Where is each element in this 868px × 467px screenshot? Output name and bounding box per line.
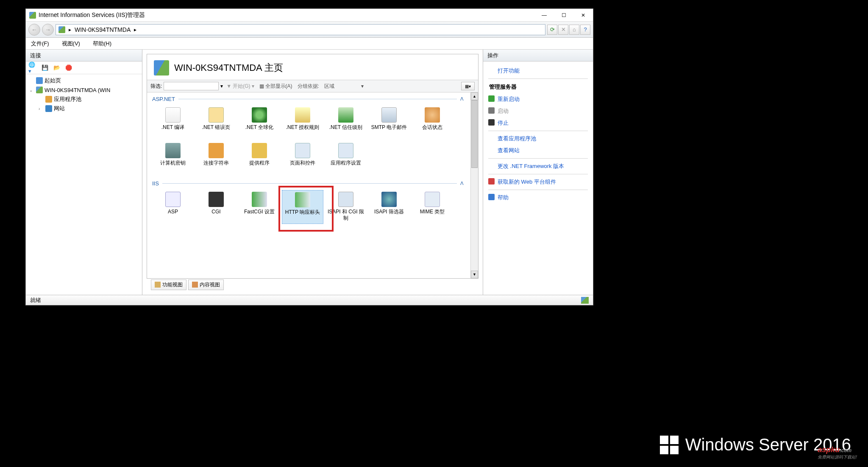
isapi-filter-icon	[381, 192, 397, 207]
provider-icon	[252, 143, 267, 158]
action-change-net[interactable]: 更改 .NET Framework 版本	[488, 160, 588, 172]
actions-header: 操作	[483, 50, 593, 62]
feature-net-compile[interactable]: .NET 编译	[152, 106, 194, 139]
scroll-down-icon[interactable]: ▼	[471, 271, 478, 278]
breadcrumb-server[interactable]: WIN-0KS94TNTMDA	[75, 26, 131, 33]
scroll-up-icon[interactable]: ▲	[471, 92, 478, 100]
action-open-feature[interactable]: 打开功能	[488, 65, 588, 77]
tree-start-page[interactable]: 起始页	[27, 76, 141, 85]
action-view-sites[interactable]: 查看网站	[488, 145, 588, 157]
save-icon[interactable]: 💾	[40, 63, 50, 73]
cgi-icon	[209, 192, 224, 207]
filter-showall[interactable]: ▦ 全部显示(A)	[258, 83, 294, 90]
server-icon	[58, 26, 65, 33]
annotation-highlight	[278, 186, 334, 232]
server-home-icon	[154, 60, 169, 76]
group-by-value[interactable]: 区域 ▾	[323, 83, 365, 90]
tree-label: WIN-0KS94TNTMDA (WIN	[45, 87, 110, 93]
feature-list: ASP.NET ᐱ .NET 编译 .NET 错误页 .NET 全球化 .NET…	[147, 92, 470, 278]
action-get-webpi[interactable]: 获取新的 Web 平台组件	[488, 176, 588, 188]
windows-logo-icon	[660, 436, 679, 454]
tab-content-view[interactable]: 内容视图	[188, 280, 224, 290]
group-aspnet[interactable]: ASP.NET ᐱ	[152, 96, 465, 102]
feature-mime[interactable]: MIME 类型	[412, 190, 453, 224]
connections-toolbar: 🌐▾ 💾 📂 🛑	[26, 62, 142, 74]
collapse-icon[interactable]: ᐱ	[460, 181, 465, 186]
minimize-button[interactable]: —	[534, 9, 554, 22]
menu-view[interactable]: 视图(V)	[59, 38, 83, 49]
start-icon	[488, 107, 495, 114]
actions-panel: 操作 打开功能 管理服务器 重新启动 启动 停止 查看应用程序池 查看网站 更改…	[483, 50, 593, 295]
tray-icon	[581, 297, 589, 304]
vertical-scrollbar[interactable]: ▲ ▼	[470, 92, 478, 278]
menu-file[interactable]: 文件(F)	[28, 38, 52, 49]
feature-machine-key[interactable]: 计算机密钥	[152, 141, 194, 174]
forward-button[interactable]: →	[42, 24, 54, 36]
action-start: 启动	[488, 105, 588, 117]
auth-icon	[295, 107, 310, 123]
breadcrumb-sep: ▸	[69, 27, 71, 33]
close-button[interactable]: ✕	[573, 9, 593, 22]
action-view-pools[interactable]: 查看应用程序池	[488, 133, 588, 145]
feature-app-settings[interactable]: 应用程序设置	[325, 141, 367, 174]
feature-asp[interactable]: ASP	[152, 190, 194, 224]
home-icon	[36, 77, 43, 84]
server-icon	[36, 87, 43, 93]
feature-conn-str[interactable]: 连接字符串	[195, 141, 237, 174]
restart-icon	[488, 95, 495, 102]
feature-net-trust[interactable]: .NET 信任级别	[325, 106, 367, 139]
address-bar[interactable]: ▸ WIN-0KS94TNTMDA ▸	[56, 24, 545, 35]
iis-manager-window: Internet Information Services (IIS)管理器 —…	[25, 8, 593, 305]
feature-fastcgi[interactable]: FastCGI 设置	[239, 190, 280, 224]
feature-session[interactable]: 会话状态	[412, 106, 453, 139]
home-button[interactable]: ⌂	[569, 25, 579, 35]
menu-help[interactable]: 帮助(H)	[90, 38, 114, 49]
delete-icon[interactable]: 🛑	[64, 63, 73, 73]
action-stop[interactable]: 停止	[488, 117, 588, 129]
feature-pages-ctrl[interactable]: 页面和控件	[282, 141, 323, 174]
showall-icon: ▦	[259, 83, 264, 89]
titlebar: Internet Information Services (IIS)管理器 —…	[26, 9, 593, 22]
asp-icon	[165, 192, 181, 207]
open-icon[interactable]: 📂	[52, 63, 61, 73]
error-icon	[209, 107, 224, 123]
status-text: 就绪	[30, 296, 41, 304]
breadcrumb-sep: ▸	[134, 27, 136, 33]
feature-net-global[interactable]: .NET 全球化	[239, 106, 280, 139]
view-mode-button[interactable]: ▦▾	[461, 82, 475, 90]
feature-cgi[interactable]: CGI	[195, 190, 237, 224]
help-button[interactable]: ?	[580, 25, 590, 35]
center-panel: WIN-0KS94TNTMDA 主页 筛选: ▾ ▼ 开始(G) ▾	[142, 50, 483, 295]
feature-net-error[interactable]: .NET 错误页	[195, 106, 237, 139]
key-icon	[165, 143, 181, 158]
back-button[interactable]: ←	[28, 24, 40, 36]
tree-sites[interactable]: › 网站	[27, 104, 141, 113]
tree-server[interactable]: ⌄ WIN-0KS94TNTMDA (WIN	[27, 85, 141, 95]
tree-app-pools[interactable]: 应用程序池	[27, 95, 141, 104]
connect-icon[interactable]: 🌐▾	[28, 63, 38, 73]
info-icon	[488, 178, 495, 185]
feature-net-auth[interactable]: .NET 授权规则	[282, 106, 323, 139]
tab-features-view[interactable]: 功能视图	[151, 280, 186, 290]
collapse-icon[interactable]: ᐱ	[460, 96, 465, 102]
dropdown-icon[interactable]: ▾	[220, 83, 223, 89]
app-pool-icon	[45, 96, 52, 103]
trust-icon	[338, 107, 353, 123]
action-help[interactable]: 帮助	[488, 192, 588, 204]
group-by: 分组依据:	[296, 83, 321, 90]
pages-icon	[295, 143, 310, 158]
tree-label: 应用程序池	[54, 95, 81, 103]
compile-icon	[165, 107, 181, 123]
feature-providers[interactable]: 提供程序	[239, 141, 280, 174]
filter-start[interactable]: ▼ 开始(G) ▾	[225, 83, 256, 90]
scroll-thumb[interactable]	[471, 100, 478, 168]
sites-icon	[45, 105, 52, 112]
maximize-button[interactable]: ☐	[554, 9, 573, 22]
feature-smtp[interactable]: SMTP 电子邮件	[368, 106, 410, 139]
stop-button[interactable]: ✕	[558, 25, 568, 35]
app-icon	[29, 12, 36, 19]
action-restart[interactable]: 重新启动	[488, 93, 588, 105]
refresh-button[interactable]: ⟳	[547, 25, 557, 35]
feature-isapi-filter[interactable]: ISAPI 筛选器	[368, 190, 410, 224]
filter-input[interactable]	[164, 82, 219, 90]
